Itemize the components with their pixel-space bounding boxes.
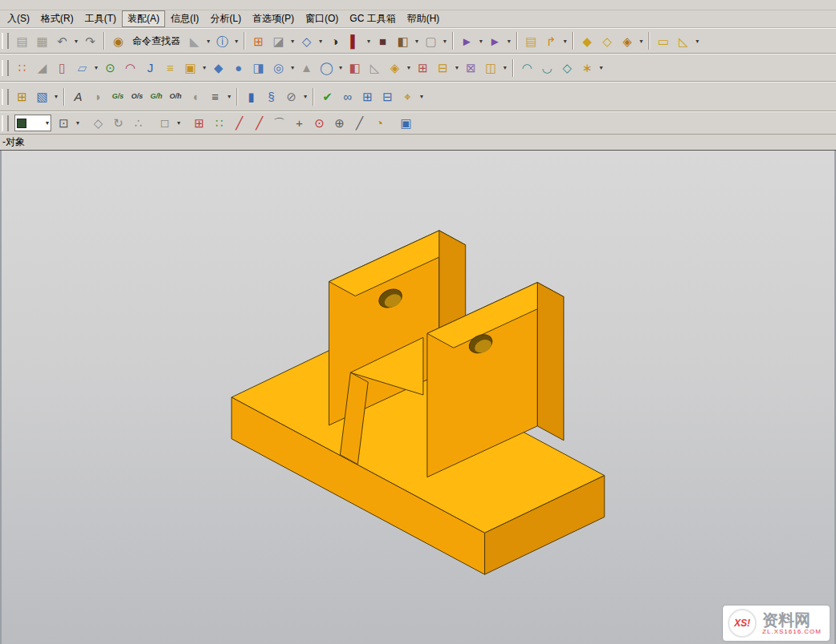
spring-tool-icon[interactable]: § (262, 87, 281, 106)
toolbar-options-dropdown-2[interactable]: ▾ (597, 64, 605, 71)
face-analysis-icon[interactable]: ◗ (89, 87, 107, 106)
menu-preferences[interactable]: 首选项(P) (247, 10, 300, 27)
expression-table-icon[interactable]: ⊟ (378, 87, 397, 106)
oh-analysis-icon[interactable]: O/h (167, 87, 184, 106)
constraint-dropdown[interactable]: ▾ (561, 38, 569, 45)
empty-view-icon[interactable]: ▢ (422, 32, 440, 50)
rotate-view-dropdown[interactable]: ▾ (505, 38, 513, 45)
ruled-surface-icon[interactable]: ≡ (161, 58, 180, 77)
empty-view-dropdown[interactable]: ▾ (441, 38, 449, 45)
constraint-navigator-icon[interactable]: ↱ (542, 32, 560, 50)
trim-sheet-icon[interactable]: ◧ (345, 58, 364, 77)
os-analysis-icon[interactable]: O/s (128, 87, 146, 106)
rotate-view-icon[interactable]: ► (486, 32, 504, 50)
snap-arc-icon[interactable]: ◔ (370, 114, 389, 132)
subtract-icon[interactable]: ⊟ (434, 58, 452, 77)
selection-rectangle-icon[interactable]: □ (155, 114, 174, 132)
component-select-icon[interactable]: ◇ (89, 114, 107, 132)
spreadsheet-icon[interactable]: ⊞ (358, 87, 377, 106)
selection-priority-icon[interactable]: ◈ (618, 32, 636, 50)
text-icon[interactable]: A (69, 87, 87, 106)
curve-icon[interactable]: ◠ (121, 58, 139, 77)
combo-arrow-icon[interactable]: ▾ (46, 119, 49, 127)
protractor-icon[interactable]: ◺ (674, 32, 693, 50)
hide-object-icon[interactable]: ⊘ (282, 87, 301, 106)
window-layout-icon[interactable]: ⊞ (249, 32, 268, 50)
revolve-icon[interactable]: ◎ (269, 58, 288, 77)
sketch-icon[interactable]: ⊙ (101, 58, 119, 77)
sheet-corner-dropdown[interactable]: ▾ (204, 38, 212, 45)
view-style-dropdown[interactable]: ▾ (289, 38, 297, 45)
mesh-surface-icon[interactable]: ◡ (538, 58, 556, 77)
boolean-dropdown[interactable]: ▾ (453, 64, 461, 71)
mirror-feature-icon[interactable]: ◫ (482, 58, 500, 77)
extrude-icon[interactable]: ◨ (249, 58, 268, 77)
selection-rectangle-dropdown[interactable]: ▾ (175, 119, 183, 127)
menu-analysis[interactable]: 分析(L) (204, 10, 247, 27)
assembly-navigator-icon[interactable]: ▤ (522, 32, 540, 50)
measure-angle-icon[interactable]: ◇ (598, 32, 616, 50)
snap-point-on-curve-icon[interactable]: ╱ (350, 114, 369, 132)
menu-format[interactable]: 格式(R) (35, 10, 79, 27)
snap-center-icon[interactable]: ⊙ (310, 114, 329, 132)
part-info-icon[interactable]: ⓘ (213, 32, 232, 50)
clipboard-cube-icon[interactable]: ▣ (397, 114, 415, 132)
selection-priority-dropdown[interactable]: ▾ (637, 38, 645, 45)
draft-analysis-icon[interactable]: ◖ (186, 87, 204, 106)
hook-curve-icon[interactable]: J (141, 58, 160, 77)
gear-icon[interactable]: ∗ (578, 58, 596, 77)
snap-multi-point-icon[interactable]: ∷ (210, 114, 228, 132)
menu-information[interactable]: 信息(I) (165, 10, 204, 27)
gh-analysis-icon[interactable]: G/h (147, 87, 165, 106)
half-shade-cube-icon[interactable]: ◧ (394, 32, 412, 50)
wireframe-dropdown[interactable]: ▾ (317, 38, 325, 45)
pattern-feature-icon[interactable]: ⊠ (462, 58, 480, 77)
toolbar-drag-handle[interactable] (2, 115, 9, 131)
sheet-corner-icon[interactable]: ◣ (185, 32, 204, 50)
hide-dropdown[interactable]: ▾ (301, 93, 309, 100)
torus-icon[interactable]: ◯ (317, 58, 336, 77)
menu-gc-toolbox[interactable]: GC 工具箱 (344, 10, 401, 27)
point-pattern-icon[interactable]: ∷ (13, 58, 31, 77)
torus-dropdown[interactable]: ▾ (337, 64, 345, 71)
undo-icon[interactable]: ↶ (53, 32, 71, 50)
redo-icon[interactable]: ↷ (81, 32, 99, 50)
snap-settings-icon[interactable]: ⊡ (55, 114, 73, 132)
copy-display-icon[interactable]: ▦ (33, 32, 51, 50)
pattern-dropdown[interactable]: ▾ (501, 64, 509, 71)
datum-plane-icon[interactable]: ▱ (73, 58, 91, 77)
graphics-viewport[interactable]: XS! 资料网 ZL.XS1616.COM (0, 151, 836, 644)
orient-view-dropdown[interactable]: ▾ (477, 38, 485, 45)
snap-point-toggle-icon[interactable]: ⊞ (190, 114, 208, 132)
toolbar-options-dropdown-1[interactable]: ▾ (693, 38, 701, 45)
pocket-icon[interactable]: ◢ (33, 58, 51, 77)
abc-annotation-icon[interactable]: ▧ (33, 87, 51, 106)
verify-assembly-icon[interactable]: ∞ (338, 87, 357, 106)
selection-filter-combo[interactable]: ▾ (14, 115, 51, 131)
info-list-dropdown[interactable]: ▾ (225, 93, 233, 100)
view-style-icon[interactable]: ◪ (269, 32, 288, 50)
measure-distance-icon[interactable]: ◆ (578, 32, 596, 50)
quilt-dropdown[interactable]: ▾ (405, 64, 413, 71)
shaded-display-icon[interactable]: ◑ (325, 32, 344, 50)
boss-icon[interactable]: ◆ (209, 58, 228, 77)
cube-style-dropdown[interactable]: ▾ (413, 38, 421, 45)
undo-history-dropdown[interactable]: ▾ (72, 38, 80, 45)
block-dropdown[interactable]: ▾ (200, 64, 208, 71)
orient-view-icon[interactable]: ► (458, 32, 476, 50)
examine-geometry-icon[interactable]: ✔ (318, 87, 337, 106)
toolbar-drag-handle[interactable] (2, 33, 9, 49)
quilt-icon[interactable]: ◈ (386, 58, 404, 77)
stamp-icon[interactable]: ▯ (53, 58, 71, 77)
dark-cube-icon[interactable]: ■ (374, 32, 392, 50)
command-finder-icon[interactable]: ◉ (109, 32, 127, 50)
menu-help[interactable]: 帮助(H) (402, 10, 446, 27)
toolbar-options-dropdown-3[interactable]: ▾ (418, 93, 426, 100)
sphere-icon[interactable]: ● (229, 58, 248, 77)
command-finder-label[interactable]: 命令查找器 (128, 34, 184, 48)
point-constructor-icon[interactable]: ∴ (129, 114, 147, 132)
menu-tools[interactable]: 工具(T) (79, 10, 122, 27)
section-dropdown[interactable]: ▾ (365, 38, 373, 45)
csys-orient-icon[interactable]: ⌖ (398, 87, 417, 106)
annotation-dropdown[interactable]: ▾ (52, 93, 60, 100)
